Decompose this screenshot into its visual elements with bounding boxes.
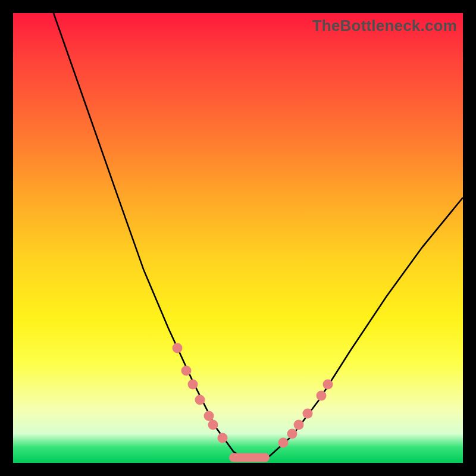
marker-right-3: [303, 408, 313, 418]
marker-left-3: [195, 395, 205, 405]
marker-right-4: [316, 390, 326, 400]
marker-right-5: [323, 379, 333, 389]
marker-left-2: [188, 379, 198, 389]
chart-frame: TheBottleneck.com: [0, 0, 476, 476]
marker-left-1: [181, 366, 192, 376]
trough-segment: [229, 453, 270, 462]
curve-left-branch: [54, 13, 247, 461]
plot-area: TheBottleneck.com: [13, 13, 463, 463]
marker-left-0: [172, 343, 182, 353]
marker-right-0: [278, 437, 288, 447]
marker-right-1: [287, 428, 297, 439]
bottleneck-curve: [13, 13, 463, 463]
marker-left-5: [208, 419, 218, 430]
marker-left-6: [217, 433, 227, 443]
marker-right-2: [294, 419, 304, 430]
curve-right-branch: [247, 198, 463, 461]
